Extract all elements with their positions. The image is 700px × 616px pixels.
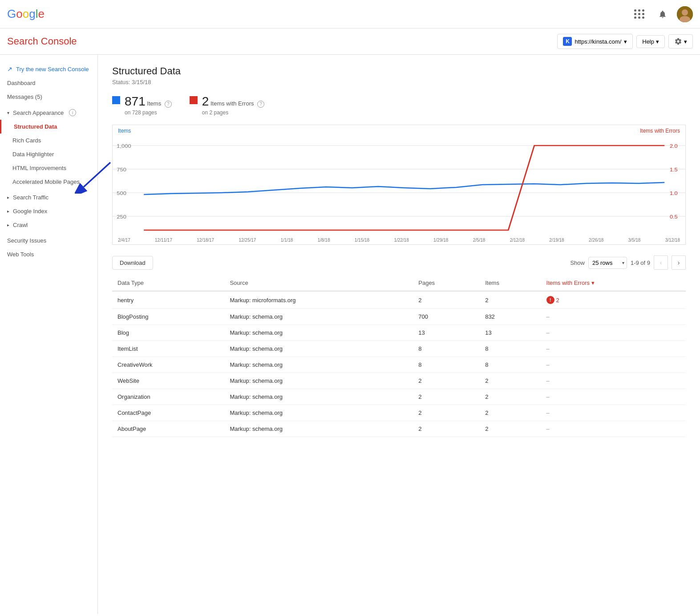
cell-source: Markup: schema.org — [224, 373, 413, 389]
cell-errors: – — [541, 309, 686, 325]
items-stat-top: 871 Items ? — [125, 94, 172, 109]
grid-icon-button[interactable] — [631, 5, 648, 23]
cell-items: 2 — [480, 291, 541, 309]
sidebar-item-rich-cards[interactable]: Rich Cards — [0, 134, 97, 147]
errors-stat-content: 2 Items with Errors ? on 2 pages — [202, 94, 264, 116]
svg-text:500: 500 — [117, 190, 126, 196]
cell-errors: – — [541, 389, 686, 405]
svg-text:750: 750 — [117, 167, 126, 173]
sidebar-item-google-index[interactable]: ▸ Google Index — [0, 204, 97, 218]
nav-right — [631, 5, 693, 23]
sidebar-item-security[interactable]: Security Issues — [0, 234, 97, 247]
items-label: Items — [147, 100, 161, 107]
page-status: Status: 3/15/18 — [112, 79, 686, 85]
table-row[interactable]: Organization Markup: schema.org 2 2 – — [112, 389, 686, 405]
dash-value: – — [546, 313, 550, 320]
svg-text:1,000: 1,000 — [117, 143, 131, 149]
sidebar-item-web-tools[interactable]: Web Tools — [0, 247, 97, 261]
cell-source: Markup: schema.org — [224, 341, 413, 357]
table-row[interactable]: ContactPage Markup: schema.org 2 2 – — [112, 405, 686, 421]
info-icon[interactable]: i — [69, 109, 76, 116]
col-data-type: Data Type — [112, 275, 224, 291]
gear-icon — [674, 37, 682, 45]
table-body: hentry Markup: microformats.org 2 2 ! 2 … — [112, 291, 686, 437]
sidebar-item-search-appearance[interactable]: ▾ Search Appearance i — [0, 105, 97, 120]
bell-icon — [658, 10, 667, 19]
avatar-image — [677, 6, 693, 22]
sidebar: ↗ Try the new Search Console Dashboard M… — [0, 55, 98, 614]
main-layout: ↗ Try the new Search Console Dashboard M… — [0, 55, 700, 614]
cell-items: 2 — [480, 389, 541, 405]
sc-header: Search Console K https://kinsta.com/ ▾ H… — [0, 28, 700, 55]
sort-arrow-icon: ▾ — [591, 280, 595, 286]
cell-items: 2 — [480, 405, 541, 421]
table-row[interactable]: hentry Markup: microformats.org 2 2 ! 2 — [112, 291, 686, 309]
cell-data-type: ContactPage — [112, 405, 224, 421]
rows-select-wrapper: 25 rows 50 rows 100 rows — [588, 257, 627, 269]
cell-pages: 2 — [413, 405, 480, 421]
items-help-icon[interactable]: ? — [165, 101, 172, 108]
table-row[interactable]: BlogPosting Markup: schema.org 700 832 – — [112, 309, 686, 325]
dash-value: – — [546, 361, 550, 368]
sidebar-item-structured-data[interactable]: Structured Data — [0, 120, 97, 134]
svg-text:250: 250 — [117, 214, 126, 220]
table-row[interactable]: ItemList Markup: schema.org 8 8 – — [112, 341, 686, 357]
cell-data-type: CreativeWork — [112, 357, 224, 373]
table-row[interactable]: Blog Markup: schema.org 13 13 – — [112, 325, 686, 341]
svg-text:1.0: 1.0 — [670, 190, 678, 196]
show-label: Show — [570, 259, 585, 266]
errors-help-icon[interactable]: ? — [257, 101, 264, 108]
sidebar-item-crawl[interactable]: ▸ Crawl — [0, 218, 97, 232]
cell-source: Markup: schema.org — [224, 405, 413, 421]
search-appearance-label: Search Appearance — [13, 109, 64, 116]
col-errors[interactable]: Items with Errors ▾ — [541, 275, 686, 291]
sidebar-item-messages[interactable]: Messages (5) — [0, 90, 97, 104]
cell-errors: – — [541, 357, 686, 373]
download-button[interactable]: Download — [112, 256, 153, 270]
top-navigation: Google — [0, 0, 700, 28]
help-button[interactable]: Help ▾ — [636, 35, 665, 48]
dash-value: – — [546, 393, 550, 400]
chart-area[interactable]: 1,000 750 500 250 2.0 1.5 1.0 0.5 — [113, 137, 685, 236]
sidebar-item-amp[interactable]: Accelerated Mobile Pages — [0, 175, 97, 189]
help-label: Help — [642, 38, 654, 45]
messages-label: Messages (5) — [7, 93, 42, 100]
table-row[interactable]: CreativeWork Markup: schema.org 8 8 – — [112, 357, 686, 373]
chart-svg: 1,000 750 500 250 2.0 1.5 1.0 0.5 — [113, 137, 685, 235]
cell-data-type: AboutPage — [112, 421, 224, 437]
items-color-box — [112, 96, 120, 104]
rich-cards-label: Rich Cards — [12, 137, 41, 144]
sidebar-item-data-highlighter[interactable]: Data Highlighter — [0, 147, 97, 161]
cell-pages: 2 — [413, 291, 480, 309]
settings-button[interactable]: ▾ — [668, 34, 693, 49]
search-appearance-section: ▾ Search Appearance i Structured Data Ri… — [0, 105, 97, 189]
avatar[interactable] — [677, 6, 693, 22]
cell-errors: – — [541, 341, 686, 357]
col-pages: Pages — [413, 275, 480, 291]
dash-value: – — [546, 426, 550, 432]
cell-pages: 13 — [413, 325, 480, 341]
cell-source: Markup: microformats.org — [224, 291, 413, 309]
table-header: Data Type Source Pages Items Items with … — [112, 275, 686, 291]
sidebar-item-try-new[interactable]: ↗ Try the new Search Console — [0, 62, 97, 76]
google-index-label: Google Index — [13, 208, 47, 215]
sidebar-item-search-traffic[interactable]: ▸ Search Traffic — [0, 190, 97, 204]
cell-pages: 2 — [413, 373, 480, 389]
errors-stat-top: 2 Items with Errors ? — [202, 94, 264, 109]
security-label: Security Issues — [7, 237, 46, 244]
sidebar-item-html-improvements[interactable]: HTML Improvements — [0, 161, 97, 175]
web-tools-label: Web Tools — [7, 251, 34, 258]
errors-color-box — [190, 96, 198, 104]
rows-per-page-select[interactable]: 25 rows 50 rows 100 rows — [588, 257, 627, 269]
items-count: 871 — [125, 94, 146, 108]
next-page-button[interactable]: › — [672, 255, 686, 270]
kinsta-logo: K — [563, 37, 572, 46]
table-row[interactable]: WebSite Markup: schema.org 2 2 – — [112, 373, 686, 389]
prev-page-button[interactable]: ‹ — [654, 255, 668, 270]
bell-icon-button[interactable] — [654, 5, 672, 23]
table-row[interactable]: AboutPage Markup: schema.org 2 2 – — [112, 421, 686, 437]
site-selector-button[interactable]: K https://kinsta.com/ ▾ — [557, 34, 633, 49]
cell-errors: – — [541, 405, 686, 421]
sidebar-item-dashboard[interactable]: Dashboard — [0, 76, 97, 90]
google-logo: Google — [7, 7, 45, 21]
